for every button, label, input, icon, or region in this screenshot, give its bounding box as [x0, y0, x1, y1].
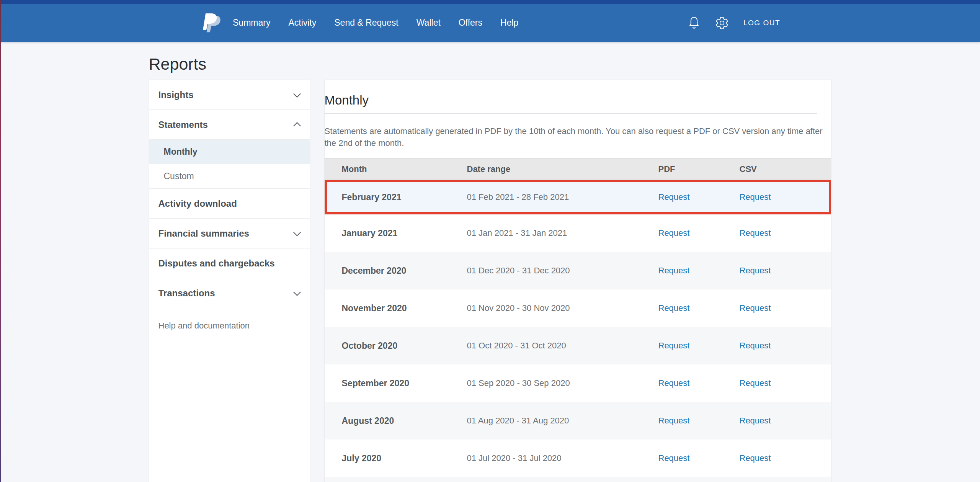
heading-divider — [325, 113, 817, 114]
date-range-cell: 01 Sep 2020 - 30 Sep 2020 — [467, 378, 658, 388]
table-row: October 2020 01 Oct 2020 - 31 Oct 2020 R… — [325, 327, 831, 364]
primary-nav: Summary Activity Send & Request Wallet O… — [233, 18, 518, 28]
month-cell: November 2020 — [342, 303, 467, 314]
pdf-request-link[interactable]: Request — [658, 266, 690, 276]
column-header-csv: CSV — [740, 164, 831, 174]
reports-sidebar: Insights Statements Monthly Custom Activ… — [149, 80, 310, 482]
two-column-layout: Insights Statements Monthly Custom Activ… — [149, 80, 831, 482]
pdf-request-link[interactable]: Request — [658, 228, 690, 238]
table-row: September 2020 01 Sep 2020 - 30 Sep 2020… — [325, 364, 831, 402]
pdf-request-link[interactable]: Request — [658, 416, 690, 426]
csv-request-link[interactable]: Request — [740, 266, 771, 276]
chevron-down-icon — [293, 90, 301, 98]
table-row: July 2020 01 Jul 2020 - 31 Jul 2020 Requ… — [325, 440, 831, 477]
navbar-inner: Summary Activity Send & Request Wallet O… — [200, 4, 780, 42]
log-out-button[interactable]: LOG OUT — [743, 19, 780, 27]
column-header-month: Month — [342, 164, 467, 174]
sidebar-item-statements[interactable]: Statements — [149, 110, 310, 140]
nav-item-offers[interactable]: Offers — [459, 18, 482, 28]
settings-gear-icon[interactable] — [715, 16, 729, 30]
page-content: Reports Insights Statements Monthly Cust… — [149, 55, 831, 482]
csv-request-link[interactable]: Request — [740, 228, 771, 238]
column-header-pdf: PDF — [658, 164, 740, 174]
month-cell: December 2020 — [342, 266, 467, 276]
notifications-bell-icon[interactable] — [688, 16, 701, 30]
date-range-cell: 01 Jan 2021 - 31 Jan 2021 — [467, 228, 658, 238]
page-title: Reports — [149, 55, 831, 73]
date-range-cell: 01 Feb 2021 - 28 Feb 2021 — [467, 192, 658, 202]
csv-request-link[interactable]: Request — [740, 416, 771, 426]
date-range-cell: 01 Aug 2020 - 31 Aug 2020 — [467, 416, 658, 426]
table-row: January 2021 01 Jan 2021 - 31 Jan 2021 R… — [325, 214, 831, 252]
pdf-request-link[interactable]: Request — [658, 303, 690, 313]
date-range-cell: 01 Dec 2020 - 31 Dec 2020 — [467, 266, 658, 276]
table-row: August 2020 01 Aug 2020 - 31 Aug 2020 Re… — [325, 402, 831, 440]
csv-request-link[interactable]: Request — [740, 341, 771, 351]
date-range-cell: 01 Oct 2020 - 31 Oct 2020 — [467, 341, 658, 351]
date-range-cell: 01 Nov 2020 - 30 Nov 2020 — [467, 303, 658, 313]
table-row-highlighted: February 2021 01 Feb 2021 - 28 Feb 2021 … — [325, 180, 831, 214]
csv-request-link[interactable]: Request — [740, 453, 771, 463]
table-row: November 2020 01 Nov 2020 - 30 Nov 2020 … — [325, 289, 831, 327]
month-cell: August 2020 — [342, 416, 467, 426]
top-navbar: Summary Activity Send & Request Wallet O… — [0, 0, 980, 42]
sidebar-item-financial-summaries[interactable]: Financial summaries — [149, 219, 310, 248]
chevron-up-icon — [293, 122, 301, 129]
chevron-down-icon — [293, 288, 301, 296]
statements-table-body: February 2021 01 Feb 2021 - 28 Feb 2021 … — [325, 180, 831, 482]
statements-description: Statements are automatically generated i… — [325, 125, 826, 149]
statements-table-header: Month Date range PDF CSV — [325, 158, 831, 180]
csv-request-link[interactable]: Request — [740, 303, 771, 313]
date-range-cell: 01 Jul 2020 - 31 Jul 2020 — [467, 453, 658, 463]
month-cell: January 2021 — [342, 228, 467, 239]
sidebar-item-activity-download[interactable]: Activity download — [149, 189, 310, 219]
nav-item-send-request[interactable]: Send & Request — [334, 18, 399, 28]
month-cell: July 2020 — [342, 453, 467, 464]
column-header-date-range: Date range — [467, 164, 658, 174]
pdf-request-link[interactable]: Request — [658, 341, 690, 351]
csv-request-link[interactable]: Request — [740, 192, 771, 202]
month-cell: February 2021 — [342, 192, 467, 203]
sidebar-item-monthly[interactable]: Monthly — [149, 140, 310, 164]
table-row: December 2020 01 Dec 2020 - 31 Dec 2020 … — [325, 252, 831, 289]
month-cell: October 2020 — [342, 341, 467, 351]
pdf-request-link[interactable]: Request — [658, 378, 690, 388]
sidebar-item-custom[interactable]: Custom — [149, 164, 310, 189]
statements-table: Month Date range PDF CSV February 2021 0… — [325, 158, 831, 482]
chevron-down-icon — [293, 229, 301, 236]
monthly-statements-card: Monthly Statements are automatically gen… — [324, 80, 831, 482]
navbar-right-group: LOG OUT — [688, 16, 780, 30]
csv-request-link[interactable]: Request — [740, 378, 771, 388]
paypal-logo[interactable] — [203, 13, 220, 33]
screen-edge-artifact — [0, 0, 1, 482]
section-heading: Monthly — [325, 93, 831, 108]
month-cell: September 2020 — [342, 378, 467, 389]
sidebar-item-disputes-chargebacks[interactable]: Disputes and chargebacks — [149, 248, 310, 278]
sidebar-item-transactions[interactable]: Transactions — [149, 278, 310, 308]
pdf-request-link[interactable]: Request — [658, 453, 690, 463]
nav-item-summary[interactable]: Summary — [233, 18, 270, 28]
paypal-logo-icon — [203, 13, 220, 33]
nav-item-help[interactable]: Help — [500, 18, 518, 28]
sidebar-item-help-documentation[interactable]: Help and documentation — [149, 308, 310, 343]
sidebar-item-insights[interactable]: Insights — [149, 80, 310, 110]
table-row-partial — [325, 477, 831, 482]
pdf-request-link[interactable]: Request — [658, 192, 690, 202]
nav-item-wallet[interactable]: Wallet — [416, 18, 441, 28]
nav-item-activity[interactable]: Activity — [288, 18, 316, 28]
